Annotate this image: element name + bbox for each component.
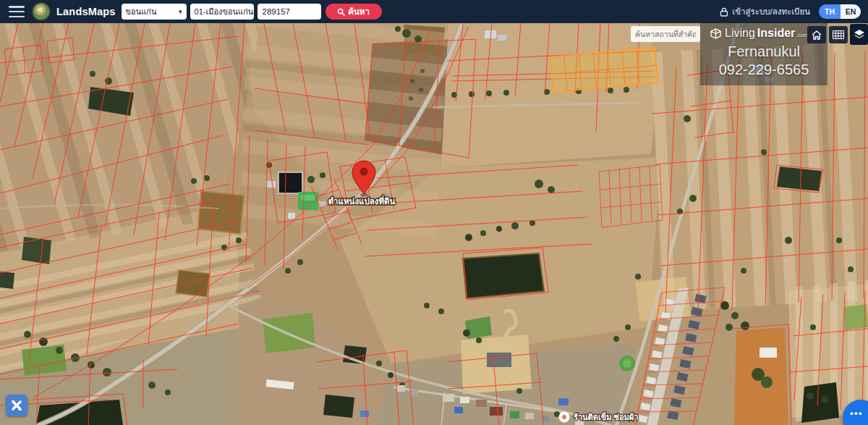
cube-icon xyxy=(710,28,721,39)
more-options-dots: ••• xyxy=(850,408,863,418)
home-icon xyxy=(812,30,822,40)
province-select-value: ขอนแก่น xyxy=(126,5,157,18)
crossed-tools-icon xyxy=(10,399,23,412)
place-search-input[interactable] xyxy=(631,26,700,42)
grid-view-button[interactable] xyxy=(829,26,848,43)
watermark-name: Fernanukul xyxy=(700,43,827,60)
home-button[interactable] xyxy=(807,26,826,43)
satellite-map[interactable]: ร้านติดเข็ม ซ่อมผ้า ตำแหน่งแปลงที่ดิน Li… xyxy=(0,23,868,425)
top-bar: LandsMaps ขอนแก่น ▾ 01-เมืองขอนแก่น ▾ ค้… xyxy=(0,0,868,23)
menu-icon[interactable] xyxy=(9,6,25,17)
search-button[interactable]: ค้นหา xyxy=(326,4,382,20)
brand-living: Living xyxy=(725,27,755,40)
landsmaps-app: LandsMaps ขอนแก่น ▾ 01-เมืองขอนแก่น ▾ ค้… xyxy=(0,0,868,425)
parcel-number-input[interactable] xyxy=(258,4,321,20)
search-button-label: ค้นหา xyxy=(348,5,370,18)
living-insider-watermark: Living Insider .com xyxy=(710,27,809,40)
lock-icon xyxy=(720,7,728,17)
chevron-down-icon: ▾ xyxy=(179,8,182,15)
lang-th-button[interactable]: TH xyxy=(819,4,841,19)
province-select[interactable]: ขอนแก่น ▾ xyxy=(122,4,187,20)
watermark-phone: 092-229-6565 xyxy=(700,62,827,78)
layers-icon xyxy=(854,29,865,41)
login-register-link[interactable]: เข้าสู่ระบบ/ลงทะเบียน xyxy=(720,5,810,18)
map-tools-button[interactable] xyxy=(6,395,27,416)
district-select[interactable]: 01-เมืองขอนแก่น ▾ xyxy=(190,4,254,20)
language-toggle: TH EN xyxy=(819,4,861,19)
pin-label: ตำแหน่งแปลงที่ดิน xyxy=(328,195,396,206)
brand-insider: Insider xyxy=(757,27,795,40)
app-title: LandsMaps xyxy=(56,6,116,17)
department-of-lands-logo[interactable] xyxy=(32,2,51,21)
layers-button[interactable] xyxy=(850,24,868,45)
lang-en-button[interactable]: EN xyxy=(841,4,861,19)
login-register-label: เข้าสู่ระบบ/ลงทะเบียน xyxy=(732,5,810,18)
district-select-value: 01-เมืองขอนแก่น xyxy=(195,5,254,18)
poi-label: ร้านติดเข็ม ซ่อมผ้า xyxy=(574,412,638,421)
grid-icon xyxy=(833,30,844,39)
search-icon xyxy=(337,8,345,16)
